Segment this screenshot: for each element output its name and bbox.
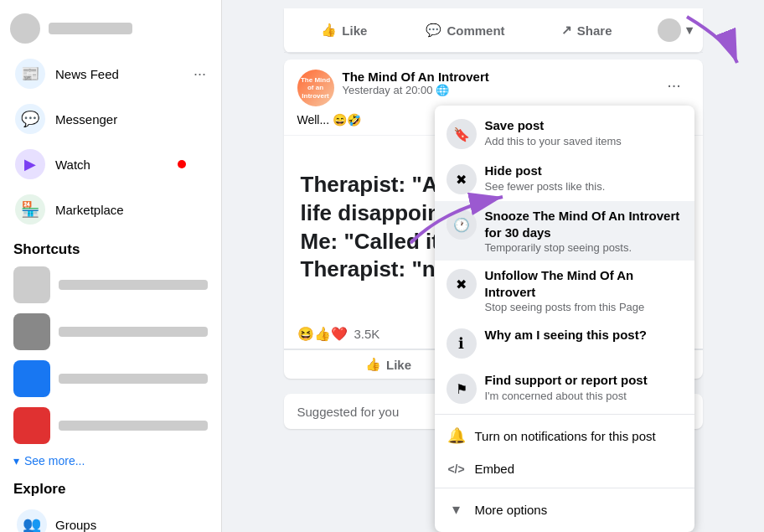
- sidebar: 📰 News Feed ··· 💬 Messenger ▶ Watch 🏪 Ma…: [0, 0, 222, 532]
- chevron-icon-top: ▾: [686, 23, 693, 38]
- sidebar-item-messenger[interactable]: 💬 Messenger: [5, 97, 216, 141]
- top-comment-label: Comment: [447, 23, 504, 38]
- groups-label: Groups: [55, 518, 96, 532]
- menu-item-why-seeing[interactable]: ℹ Why am I seeing this post?: [435, 320, 694, 365]
- shortcut-item-4[interactable]: [0, 402, 221, 449]
- menu-item-embed[interactable]: </> Embed: [435, 453, 694, 484]
- share-icon-top: ↗: [561, 23, 572, 38]
- save-post-text: Save post Add this to your saved items: [485, 117, 683, 147]
- shortcut-item-2[interactable]: [0, 308, 221, 355]
- save-post-subtitle: Add this to your saved items: [485, 135, 683, 147]
- top-like-button[interactable]: 👍 Like: [284, 12, 405, 49]
- page-avatar: The Mindof anIntrovert: [297, 70, 334, 106]
- meme-line-3: Me: "Called it": [301, 228, 450, 256]
- sidebar-item-marketplace[interactable]: 🏪 Marketplace: [5, 188, 216, 231]
- suggested-label: Suggested for you: [297, 405, 400, 419]
- unfollow-subtitle: Stop seeing posts from this Page: [485, 301, 683, 313]
- globe-icon: 🌐: [436, 84, 449, 96]
- watch-icon: ▶: [15, 149, 45, 179]
- post-options-dropdown: 🔖 Save post Add this to your saved items…: [435, 106, 694, 532]
- messenger-label: Messenger: [55, 112, 117, 127]
- report-title: Find support or report post: [485, 372, 683, 389]
- top-more-button[interactable]: ▾: [648, 12, 703, 49]
- news-feed-label: News Feed: [55, 67, 119, 81]
- snooze-icon: 🕐: [447, 209, 477, 240]
- shortcut-thumb-1: [13, 266, 50, 303]
- report-text: Find support or report post I'm concerne…: [485, 372, 683, 402]
- snooze-subtitle: Temporarily stop seeing posts.: [485, 241, 683, 254]
- shortcut-label-1: [59, 280, 208, 290]
- report-subtitle: I'm concerned about this post: [485, 390, 683, 402]
- comment-icon-top: 💬: [426, 23, 441, 38]
- shortcut-label-4: [59, 421, 208, 431]
- menu-item-report[interactable]: ⚑ Find support or report post I'm concer…: [435, 365, 694, 411]
- unfollow-title: Unfollow The Mind Of An Introvert: [485, 267, 683, 300]
- like-label: Like: [386, 358, 411, 372]
- top-like-label: Like: [342, 23, 367, 38]
- like-icon: 👍: [365, 357, 381, 372]
- chevron-down-icon-menu: ▾: [447, 500, 467, 519]
- marketplace-icon: 🏪: [15, 194, 45, 225]
- shortcut-item-1[interactable]: [0, 261, 221, 308]
- shortcut-thumb-4: [13, 407, 50, 444]
- save-post-icon: 🔖: [447, 119, 477, 149]
- see-more-shortcuts[interactable]: ▾ See more...: [0, 449, 221, 473]
- main-post-card: The Mindof anIntrovert The Mind Of An In…: [284, 59, 703, 379]
- watch-notification-badge: [178, 160, 186, 168]
- notifications-icon: 🔔: [447, 426, 467, 445]
- why-seeing-title: Why am I seeing this post?: [485, 327, 683, 343]
- like-icon-top: 👍: [321, 23, 337, 38]
- post-body-text: Well...: [297, 113, 330, 127]
- menu-item-unfollow[interactable]: ✖ Unfollow The Mind Of An Introvert Stop…: [435, 261, 694, 320]
- report-icon: ⚑: [447, 374, 477, 404]
- see-more-label: See more...: [24, 454, 85, 467]
- sidebar-item-news-feed[interactable]: 📰 News Feed ···: [5, 52, 216, 96]
- shortcut-thumb-3: [13, 360, 50, 397]
- reaction-emoji-3: ❤️: [331, 326, 348, 342]
- shortcuts-title: Shortcuts: [0, 233, 221, 261]
- messenger-icon: 💬: [15, 104, 45, 134]
- user-header[interactable]: [0, 7, 221, 50]
- menu-item-save-post[interactable]: 🔖 Save post Add this to your saved items: [435, 111, 694, 156]
- unfollow-icon: ✖: [447, 269, 477, 299]
- shortcut-item-3[interactable]: [0, 355, 221, 402]
- news-feed-more-icon: ···: [194, 65, 206, 83]
- embed-label: Embed: [475, 462, 515, 476]
- post-page-name[interactable]: The Mind Of An Introvert: [343, 70, 651, 84]
- menu-divider: [435, 414, 694, 415]
- menu-item-hide-post[interactable]: ✖ Hide post See fewer posts like this.: [435, 156, 694, 201]
- menu-divider-2: [435, 488, 694, 488]
- hide-post-subtitle: See fewer posts like this.: [485, 180, 683, 193]
- menu-item-snooze[interactable]: 🕐 Snooze The Mind Of An Introvert for 30…: [435, 201, 694, 261]
- reaction-emoji-2: 👍: [314, 326, 331, 342]
- why-seeing-icon: ℹ: [447, 328, 477, 359]
- post-more-button[interactable]: ···: [659, 70, 689, 100]
- why-seeing-text: Why am I seeing this post?: [485, 327, 683, 343]
- watch-label: Watch: [55, 158, 90, 172]
- shortcut-label-2: [59, 327, 208, 337]
- avatar-top-right: [658, 18, 681, 42]
- username-text: [49, 23, 132, 34]
- hide-post-icon: ✖: [447, 164, 477, 194]
- main-content: 👍 Like 💬 Comment ↗ Share ▾ The Mindof an…: [222, 0, 764, 532]
- post-meta: The Mind Of An Introvert Yesterday at 20…: [343, 70, 651, 96]
- reaction-emoji-1: 😆: [297, 326, 314, 342]
- menu-item-notifications[interactable]: 🔔 Turn on notifications for this post: [435, 418, 694, 453]
- post-top-bar: 👍 Like 💬 Comment ↗ Share ▾: [284, 8, 703, 53]
- explore-title: Explore: [0, 473, 221, 501]
- post-time: Yesterday at 20:00 🌐: [343, 84, 651, 96]
- shortcut-label-3: [59, 374, 208, 384]
- sidebar-item-groups[interactable]: 👥 Groups: [5, 503, 216, 532]
- embed-icon: </>: [447, 462, 467, 476]
- hide-post-title: Hide post: [485, 163, 683, 179]
- marketplace-label: Marketplace: [55, 203, 124, 217]
- top-comment-button[interactable]: 💬 Comment: [405, 12, 526, 49]
- top-share-label: Share: [577, 23, 612, 38]
- menu-item-more-options[interactable]: ▾ More options: [435, 492, 694, 527]
- sidebar-item-watch[interactable]: ▶ Watch: [5, 142, 216, 186]
- snooze-title: Snooze The Mind Of An Introvert for 30 d…: [485, 208, 683, 240]
- shortcut-thumb-2: [13, 313, 50, 350]
- news-feed-icon: 📰: [15, 59, 45, 89]
- top-share-button[interactable]: ↗ Share: [526, 12, 648, 49]
- hide-post-text: Hide post See fewer posts like this.: [485, 163, 683, 193]
